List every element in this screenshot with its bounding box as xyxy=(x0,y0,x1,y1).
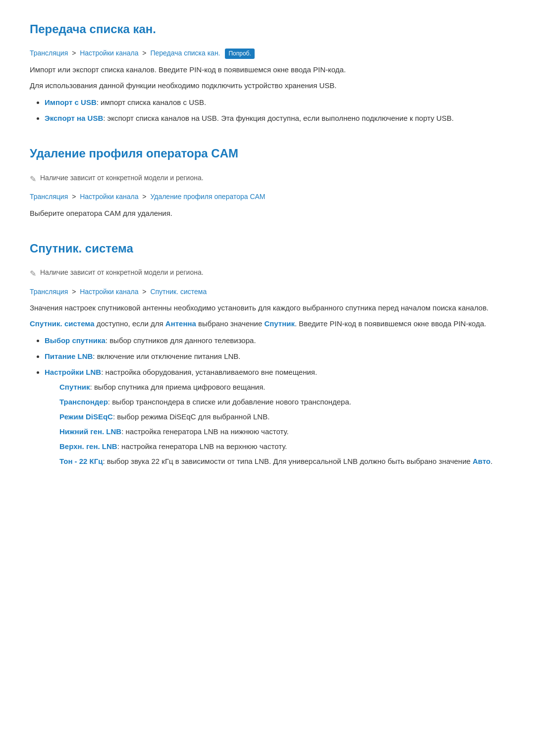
term-satellite: Спутник xyxy=(264,319,295,328)
term-tone22-text: : выбор звука 22 кГц в зависимости от ти… xyxy=(103,457,473,465)
section3-list: Выбор спутника: выбор спутников для данн… xyxy=(45,335,505,467)
term-export-usb-text: : экспорт списка каналов на USB. Эта фун… xyxy=(103,114,454,122)
term-lnb-power-text: : включение или отключение питания LNB. xyxy=(93,352,240,360)
term-transponder-text: : выбор транспондера в списке или добавл… xyxy=(108,398,351,406)
breadcrumb-link-3[interactable]: Передача списка кан. xyxy=(150,49,220,57)
section-transfer-channels: Передача списка кан. Трансляция > Настро… xyxy=(30,20,505,124)
term-transponder: Транспондер xyxy=(59,398,108,406)
section3-breadcrumb: Трансляция > Настройки канала > Спутник.… xyxy=(30,286,505,297)
subitem-satellite: Спутник: выбор спутника для приема цифро… xyxy=(59,381,505,393)
term-tone22-text2: . xyxy=(490,457,492,465)
term-import-usb-text: : импорт списка каналов с USB. xyxy=(97,98,206,106)
section1-desc1: Импорт или экспорт списка каналов. Введи… xyxy=(30,64,505,76)
term-sat-system: Спутник. система xyxy=(30,319,95,328)
subitem-lower-gen: Нижний ген. LNB: настройка генератора LN… xyxy=(59,426,505,438)
section1-breadcrumb: Трансляция > Настройки канала > Передача… xyxy=(30,48,505,59)
breadcrumb3-link-2[interactable]: Настройки канала xyxy=(80,288,138,296)
breadcrumb-link-1[interactable]: Трансляция xyxy=(30,49,68,57)
term-upper-gen-text: : настройка генератора LNB на верхнюю ча… xyxy=(117,442,287,451)
try-badge[interactable]: Попроб. xyxy=(225,49,254,59)
section1-title: Передача списка кан. xyxy=(30,20,505,41)
term-import-usb: Импорт с USB xyxy=(45,98,97,106)
pencil-icon-2: ✎ xyxy=(30,267,36,280)
breadcrumb2-link-1[interactable]: Трансляция xyxy=(30,193,68,201)
subitem-transponder: Транспондер: выбор транспондера в списке… xyxy=(59,396,505,408)
breadcrumb2-link-3[interactable]: Удаление профиля оператора CAM xyxy=(150,193,265,201)
breadcrumb-link-2[interactable]: Настройки канала xyxy=(80,49,138,57)
list-item: Выбор спутника: выбор спутников для данн… xyxy=(45,335,505,347)
term-tone22: Тон - 22 КГц xyxy=(59,457,103,465)
section2-breadcrumb: Трансляция > Настройки канала > Удаление… xyxy=(30,191,505,202)
section2-title: Удаление профиля оператора CAM xyxy=(30,144,505,165)
breadcrumb-sep-1: > xyxy=(72,49,78,57)
breadcrumb2-link-2[interactable]: Настройки канала xyxy=(80,193,138,201)
section2-desc: Выберите оператора CAM для удаления. xyxy=(30,207,505,219)
section1-desc2: Для использования данной функции необход… xyxy=(30,80,505,92)
section3-desc1: Значения настроек спутниковой антенны не… xyxy=(30,302,505,314)
breadcrumb3-sep-2: > xyxy=(142,288,148,296)
section3-title: Спутник. система xyxy=(30,239,505,260)
term-auto: Авто xyxy=(473,457,490,465)
pencil-icon: ✎ xyxy=(30,173,36,186)
term-lnb-settings-text: : настройка оборудования, устанавливаемо… xyxy=(101,368,317,376)
term-diseqc-text: : выбор режима DiSEqC для выбранной LNB. xyxy=(113,412,269,421)
section2-note-row: ✎ Наличие зависит от конкретной модели и… xyxy=(30,172,505,186)
term-export-usb: Экспорт на USB xyxy=(45,114,103,122)
list-item: Экспорт на USB: экспорт списка каналов н… xyxy=(45,112,505,124)
breadcrumb2-sep-1: > xyxy=(72,193,78,201)
breadcrumb3-link-1[interactable]: Трансляция xyxy=(30,288,68,296)
term-sub-satellite: Спутник xyxy=(59,383,90,391)
term-lower-gen: Нижний ген. LNB xyxy=(59,427,121,436)
sub-items-block: Спутник: выбор спутника для приема цифро… xyxy=(59,381,505,467)
section-delete-cam: Удаление профиля оператора CAM ✎ Наличие… xyxy=(30,144,505,219)
list-item: Настройки LNB: настройка оборудования, у… xyxy=(45,366,505,467)
term-antenna: Антенна xyxy=(165,319,196,328)
section2-note-text: Наличие зависит от конкретной модели и р… xyxy=(40,172,204,183)
section3-note-row: ✎ Наличие зависит от конкретной модели и… xyxy=(30,267,505,280)
term-lnb-settings: Настройки LNB xyxy=(45,368,101,376)
subitem-upper-gen: Верхн. ген. LNB: настройка генератора LN… xyxy=(59,441,505,453)
list-item: Импорт с USB: импорт списка каналов с US… xyxy=(45,97,505,108)
term-diseqc: Режим DiSEqC xyxy=(59,412,113,421)
desc2-mid2: выбрано значение xyxy=(196,319,265,328)
subitem-diseqc: Режим DiSEqC: выбор режима DiSEqC для вы… xyxy=(59,411,505,423)
term-lower-gen-text: : настройка генератора LNB на нижнюю час… xyxy=(121,427,289,436)
breadcrumb-sep-2: > xyxy=(142,49,148,57)
breadcrumb3-sep-1: > xyxy=(72,288,78,296)
list-item: Питание LNB: включение или отключение пи… xyxy=(45,351,505,362)
term-upper-gen: Верхн. ген. LNB xyxy=(59,442,117,451)
breadcrumb2-sep-2: > xyxy=(142,193,148,201)
section1-list: Импорт с USB: импорт списка каналов с US… xyxy=(45,97,505,124)
subitem-tone22: Тон - 22 КГц: выбор звука 22 кГц в завис… xyxy=(59,455,505,467)
section3-note-text: Наличие зависит от конкретной модели и р… xyxy=(40,267,204,278)
term-lnb-power: Питание LNB xyxy=(45,352,93,360)
desc2-post: . Введите PIN-код в появившемся окне вво… xyxy=(295,319,486,328)
breadcrumb3-link-3[interactable]: Спутник. система xyxy=(150,288,207,296)
term-sub-satellite-text: : выбор спутника для приема цифрового ве… xyxy=(90,383,266,391)
section3-desc2: Спутник. система доступно, если для Анте… xyxy=(30,318,505,330)
term-sat-select-text: : выбор спутников для данного телевизора… xyxy=(106,336,256,345)
section-satellite: Спутник. система ✎ Наличие зависит от ко… xyxy=(30,239,505,467)
term-sat-select: Выбор спутника xyxy=(45,336,106,345)
desc2-mid: доступно, если для xyxy=(95,319,165,328)
